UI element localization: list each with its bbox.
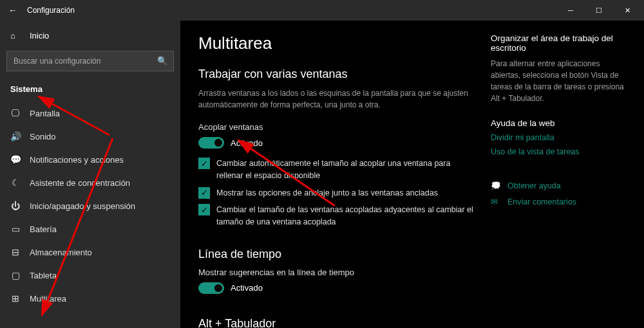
sidebar-item-pantalla[interactable]: 🖵Pantalla	[0, 102, 180, 125]
feedback-link[interactable]: ✉ Enviar comentarios	[491, 197, 626, 206]
sidebar-item-label: Notificaciones y acciones	[30, 155, 124, 165]
link-vista-tareas[interactable]: Uso de la vista de tareas	[491, 147, 626, 156]
sidebar-item-inicio-apagado[interactable]: ⏻Inicio/apagado y suspensión	[0, 194, 180, 217]
sidebar-item-label: Multitarea	[30, 294, 66, 304]
sidebar-item-label: Pantalla	[30, 109, 60, 118]
home-button[interactable]: ⌂ Inicio	[0, 24, 180, 47]
timeline-heading: Línea de tiempo	[198, 248, 478, 261]
page-title: Multitarea	[198, 33, 478, 53]
battery-icon: ▭	[10, 224, 21, 234]
sidebar-item-label: Almacenamiento	[30, 248, 92, 257]
timeline-toggle-state: Activado	[231, 283, 263, 293]
link-dividir[interactable]: Dividir mi pantalla	[491, 133, 626, 142]
sidebar-item-tableta[interactable]: ▢Tableta	[0, 264, 180, 287]
focus-icon: ☾	[10, 178, 21, 188]
snap-description: Arrastra ventanas a los lados o las esqu…	[198, 87, 478, 111]
sidebar-item-almacenamiento[interactable]: ⊟Almacenamiento	[0, 241, 180, 264]
sidebar: ⌂ Inicio 🔍 Sistema 🖵Pantalla 🔊Sonido 💬No…	[0, 21, 180, 328]
sound-icon: 🔊	[10, 131, 21, 141]
snap-heading: Trabajar con varias ventanas	[198, 68, 478, 81]
snap-check-3-label: Cambiar el tamaño de las ventanas acopla…	[216, 204, 478, 228]
power-icon: ⏻	[10, 201, 21, 211]
search-icon: 🔍	[157, 56, 167, 66]
snap-toggle-state: Activado	[231, 138, 263, 148]
alttab-heading: Alt + Tabulador	[198, 317, 478, 328]
sidebar-item-label: Batería	[30, 224, 57, 234]
back-button[interactable]: ←	[3, 5, 23, 15]
snap-check-2[interactable]: ✓	[198, 187, 210, 199]
minimize-button[interactable]: ─	[556, 0, 585, 21]
timeline-toggle-label: Mostrar sugerencias en la línea de tiemp…	[198, 268, 478, 277]
get-help-link[interactable]: 💭 Obtener ayuda	[491, 181, 626, 190]
maximize-button[interactable]: ☐	[585, 0, 613, 21]
tablet-icon: ▢	[10, 270, 21, 280]
get-help-label: Obtener ayuda	[507, 181, 561, 190]
webhelp-heading: Ayuda de la web	[491, 118, 626, 128]
snap-check-3[interactable]: ✓	[198, 204, 210, 215]
sidebar-item-asistente[interactable]: ☾Asistente de concentración	[0, 171, 180, 194]
help-icon: 💭	[491, 181, 502, 190]
sidebar-item-sonido[interactable]: 🔊Sonido	[0, 125, 180, 148]
content: Multitarea Trabajar con varias ventanas …	[180, 21, 644, 328]
feedback-icon: ✉	[491, 197, 502, 206]
storage-icon: ⊟	[10, 247, 21, 257]
sidebar-item-label: Inicio/apagado y suspensión	[30, 201, 135, 211]
organize-desc: Para alternar entre aplicaciones abierta…	[491, 58, 626, 104]
organize-heading: Organizar el área de trabajo del escrito…	[491, 33, 626, 53]
search-input[interactable]	[6, 51, 174, 71]
timeline-toggle[interactable]	[198, 282, 224, 294]
window-title: Configuración	[27, 6, 75, 15]
feedback-label: Enviar comentarios	[507, 197, 576, 206]
sidebar-item-multitarea[interactable]: ⊞Multitarea	[0, 287, 180, 310]
home-label: Inicio	[30, 31, 49, 41]
close-button[interactable]: ✕	[613, 0, 641, 21]
display-icon: 🖵	[10, 108, 21, 118]
titlebar: ← Configuración ─ ☐ ✕	[0, 0, 644, 21]
snap-check-2-label: Mostrar las opciones de anclaje junto a …	[216, 187, 438, 199]
snap-toggle-label: Acoplar ventanas	[198, 122, 478, 132]
window-controls: ─ ☐ ✕	[556, 0, 641, 21]
notifications-icon: 💬	[10, 154, 21, 165]
sidebar-item-notificaciones[interactable]: 💬Notificaciones y acciones	[0, 148, 180, 171]
sidebar-item-label: Tableta	[30, 271, 57, 280]
home-icon: ⌂	[10, 31, 21, 41]
multitask-icon: ⊞	[10, 293, 21, 304]
snap-check-1-label: Cambiar automáticamente el tamaño al aco…	[216, 158, 478, 182]
snap-toggle[interactable]	[198, 137, 224, 149]
snap-check-1[interactable]: ✓	[198, 158, 210, 169]
sidebar-item-bateria[interactable]: ▭Batería	[0, 217, 180, 241]
category-heading: Sistema	[0, 78, 180, 102]
sidebar-item-label: Sonido	[30, 132, 55, 141]
sidebar-item-label: Asistente de concentración	[30, 178, 130, 188]
